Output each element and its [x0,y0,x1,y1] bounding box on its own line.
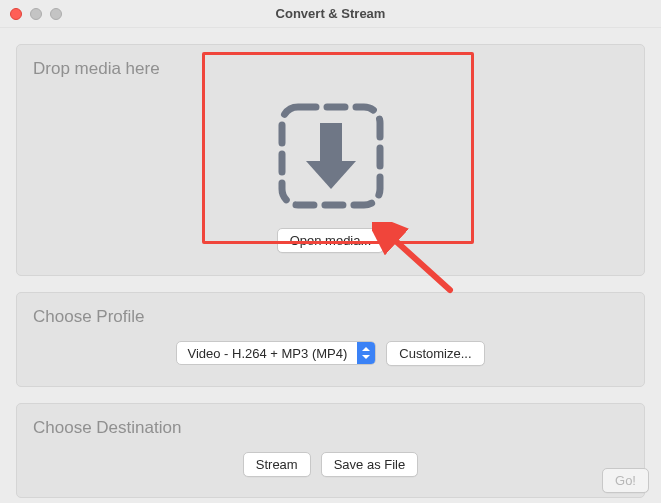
svg-marker-3 [362,347,370,351]
choose-profile-title: Choose Profile [33,307,628,327]
go-button[interactable]: Go! [602,468,649,493]
close-window-button[interactable] [10,8,22,20]
drop-zone[interactable]: Open media... [33,89,628,259]
drop-media-title: Drop media here [33,59,628,79]
select-arrows-icon [357,342,375,364]
footer: Go! [602,468,649,493]
minimize-window-button[interactable] [30,8,42,20]
drop-media-panel: Drop media here Open media... [16,44,645,276]
customize-button[interactable]: Customize... [386,341,484,366]
save-as-file-button[interactable]: Save as File [321,452,419,477]
titlebar: Convert & Stream [0,0,661,28]
stream-button[interactable]: Stream [243,452,311,477]
choose-destination-title: Choose Destination [33,418,628,438]
window-controls [10,8,62,20]
profile-select-value: Video - H.264 + MP3 (MP4) [177,342,357,364]
open-media-button[interactable]: Open media... [277,228,385,253]
drop-arrow-icon [276,101,386,214]
profile-select[interactable]: Video - H.264 + MP3 (MP4) [176,341,376,365]
svg-marker-2 [306,161,356,189]
svg-marker-4 [362,355,370,359]
zoom-window-button[interactable] [50,8,62,20]
window-title: Convert & Stream [0,6,661,21]
svg-rect-1 [320,123,342,165]
choose-destination-panel: Choose Destination Stream Save as File [16,403,645,498]
content-area: Drop media here Open media... Choose Pro… [0,28,661,503]
choose-profile-panel: Choose Profile Video - H.264 + MP3 (MP4)… [16,292,645,387]
